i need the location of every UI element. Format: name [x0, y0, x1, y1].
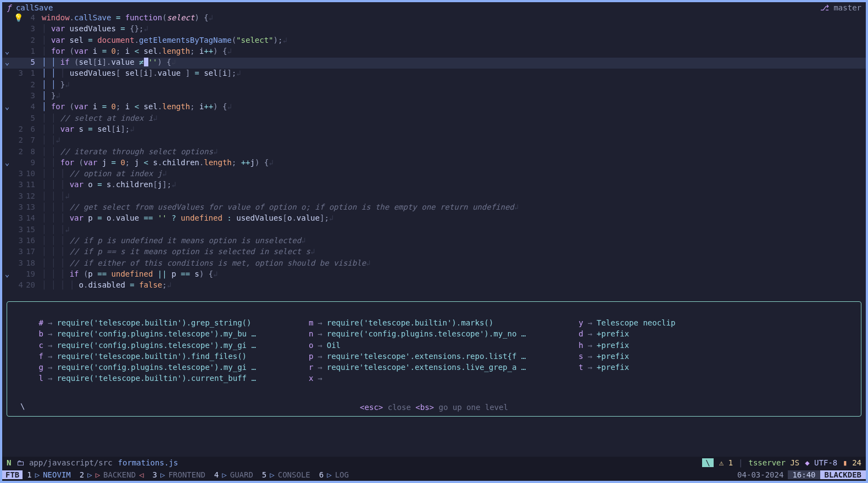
- file-path: app/javascript/src: [29, 458, 113, 467]
- function-icon: ƒ: [7, 3, 11, 12]
- function-name: callSave: [16, 3, 53, 12]
- fold-icon[interactable]: ⌄: [2, 47, 12, 58]
- git-branch: ⎇ master: [820, 3, 861, 12]
- whichkey-item[interactable]: t→+prefix: [575, 363, 833, 374]
- whichkey-item[interactable]: n→require('config.plugins.telescope').my…: [304, 329, 563, 340]
- whichkey-item[interactable]: l→require('telescope.builtin').current_b…: [35, 374, 293, 385]
- whichkey-item[interactable]: m→require('telescope.builtin').marks(): [304, 318, 563, 329]
- fold-icon[interactable]: ⌄: [2, 269, 12, 280]
- whichkey-footer: <esc> close <bs> go up one level: [7, 403, 861, 412]
- hostname: BLACKDEB: [820, 470, 866, 479]
- whichkey-item[interactable]: y→Telescope neoclip: [575, 318, 833, 329]
- folder-icon: 🗀: [16, 458, 24, 467]
- whichkey-item[interactable]: r→require'telescope'.extensions.live_gre…: [304, 363, 563, 374]
- column-number: 24: [852, 458, 861, 467]
- whichkey-item[interactable]: s→+prefix: [575, 352, 833, 363]
- file-name: formations.js: [118, 458, 179, 467]
- whichkey-popup: #→require('telescope.builtin').grep_stri…: [7, 301, 861, 417]
- current-line[interactable]: ⌄5│ │ if (sel[i].value ≠'') {↲: [2, 58, 866, 69]
- tmux-window[interactable]: 3▷FRONTEND: [148, 470, 210, 479]
- mode-indicator: \: [702, 458, 713, 467]
- tmux-window[interactable]: 2▷▷BACKEND◁: [75, 470, 148, 479]
- encoding: UTF-8: [814, 458, 837, 467]
- date: 04-03-2024: [733, 470, 788, 479]
- js-icon: JS: [790, 458, 799, 467]
- tmux-window[interactable]: 6▷LOG: [315, 470, 353, 479]
- fold-icon[interactable]: ⌄: [2, 102, 12, 113]
- encoding-icon: ◆: [805, 458, 809, 467]
- code-editor[interactable]: 💡4window.callSave = function(select) {↲ …: [2, 13, 866, 297]
- column-icon: ▮: [843, 458, 847, 467]
- whichkey-item[interactable]: p→require'telescope'.extensions.repo.lis…: [304, 352, 563, 363]
- whichkey-item[interactable]: f→require('telescope.builtin').find_file…: [35, 352, 293, 363]
- session-name[interactable]: FTB: [2, 470, 23, 479]
- whichkey-item[interactable]: #→require('telescope.builtin').grep_stri…: [35, 318, 293, 329]
- lsp-name: tsserver: [749, 458, 786, 467]
- whichkey-col-1: #→require('telescope.builtin').grep_stri…: [35, 318, 293, 385]
- time: 16:40: [788, 470, 820, 479]
- lightbulb-icon[interactable]: 💡: [12, 13, 25, 24]
- diagnostic-icon: ⚠: [719, 458, 724, 467]
- whichkey-item[interactable]: o→Oil: [304, 341, 563, 352]
- whichkey-col-3: y→Telescope neoclipd→+prefixh→+prefixs→+…: [575, 318, 833, 385]
- tmux-window[interactable]: 5▷CONSOLE: [258, 470, 315, 479]
- context-function: ƒ callSave: [7, 3, 53, 12]
- tmux-window[interactable]: 1▷NEOVIM: [23, 470, 75, 479]
- fold-icon[interactable]: ⌄: [2, 158, 12, 169]
- whichkey-col-2: m→require('telescope.builtin').marks()n→…: [304, 318, 563, 385]
- whichkey-item[interactable]: x→: [304, 374, 563, 385]
- whichkey-item[interactable]: g→require('config.plugins.telescope').my…: [35, 363, 293, 374]
- whichkey-item[interactable]: d→+prefix: [575, 329, 833, 340]
- winbar: ƒ callSave ⎇ master: [2, 2, 866, 13]
- tmux-tabline: FTB 1▷NEOVIM2▷▷BACKEND◁3▷FRONTEND4▷GUARD…: [2, 469, 866, 481]
- tmux-window[interactable]: 4▷GUARD: [210, 470, 258, 479]
- statusline: N 🗀 app/javascript/src formations.js \ ⚠…: [2, 457, 866, 469]
- neovim-icon: N: [7, 458, 11, 467]
- branch-name: master: [833, 3, 861, 12]
- whichkey-item[interactable]: b→require('config.plugins.telescope').my…: [35, 329, 293, 340]
- fold-icon[interactable]: ⌄: [2, 58, 12, 69]
- cursor: [144, 58, 148, 66]
- whichkey-item[interactable]: h→+prefix: [575, 341, 833, 352]
- branch-icon: ⎇: [820, 3, 829, 12]
- whichkey-item[interactable]: c→require('config.plugins.telescope').my…: [35, 341, 293, 352]
